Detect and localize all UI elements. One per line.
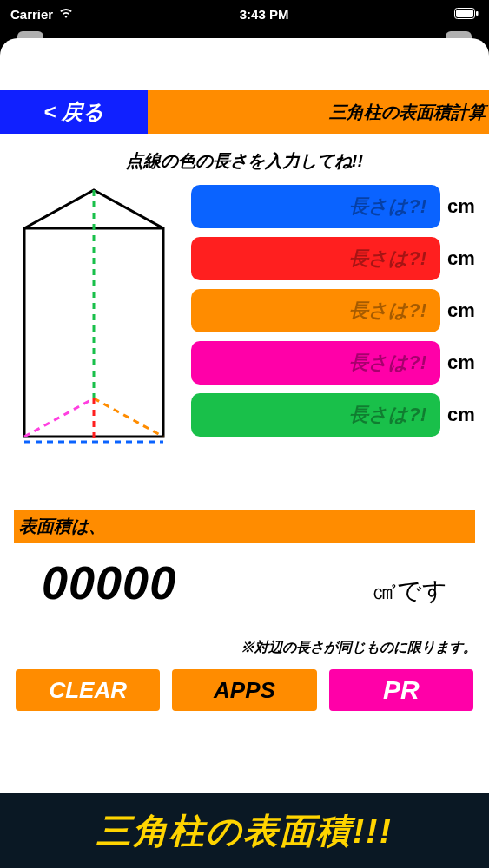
wifi-icon (58, 7, 74, 22)
background-tabs (0, 28, 489, 38)
app-sheet: < 戻る 三角柱の表面積計算 点線の色の長さを入力してね!! (0, 38, 489, 793)
svg-line-5 (24, 398, 94, 437)
result-value: 00000 (42, 556, 176, 609)
bottom-banner[interactable]: 三角柱の表面積!!! (0, 793, 489, 868)
note-text: ※対辺の長さが同じものに限ります。 (0, 609, 489, 657)
svg-rect-2 (476, 11, 479, 16)
length-input-red[interactable]: 長さは?! (191, 237, 440, 280)
result-unit: ㎠です (373, 575, 447, 608)
length-input-blue[interactable]: 長さは?! (191, 185, 440, 228)
battery-icon (454, 7, 479, 22)
banner-text: 三角柱の表面積!!! (96, 807, 393, 855)
clock: 3:43 PM (240, 7, 289, 22)
back-button[interactable]: < 戻る (0, 90, 148, 134)
action-buttons: CLEAR APPS PR (0, 657, 489, 711)
header-bar: < 戻る 三角柱の表面積計算 (0, 90, 489, 134)
status-bar: Carrier 3:43 PM (0, 0, 489, 28)
inputs-column: 長さは?! cm 長さは?! cm 長さは?! cm 長さは?! cm 長さは?… (191, 185, 482, 454)
length-input-green[interactable]: 長さは?! (191, 393, 440, 437)
unit-label: cm (447, 195, 482, 218)
svg-line-6 (94, 398, 163, 437)
length-input-orange[interactable]: 長さは?! (191, 289, 440, 332)
result-label: 表面積は、 (14, 510, 475, 543)
unit-label: cm (447, 299, 482, 322)
unit-label: cm (447, 404, 482, 426)
unit-label: cm (447, 352, 482, 374)
carrier-label: Carrier (10, 7, 53, 22)
unit-label: cm (447, 247, 482, 270)
page-title: 三角柱の表面積計算 (148, 90, 489, 134)
length-input-pink[interactable]: 長さは?! (191, 341, 440, 385)
instruction-text: 点線の色の長さを入力してね!! (0, 149, 489, 173)
apps-button[interactable]: APPS (172, 669, 316, 711)
clear-button[interactable]: CLEAR (16, 669, 160, 711)
pr-button[interactable]: PR (329, 669, 473, 711)
result-row: 00000 ㎠です (0, 543, 489, 609)
svg-rect-1 (456, 10, 473, 17)
prism-figure (7, 185, 181, 454)
